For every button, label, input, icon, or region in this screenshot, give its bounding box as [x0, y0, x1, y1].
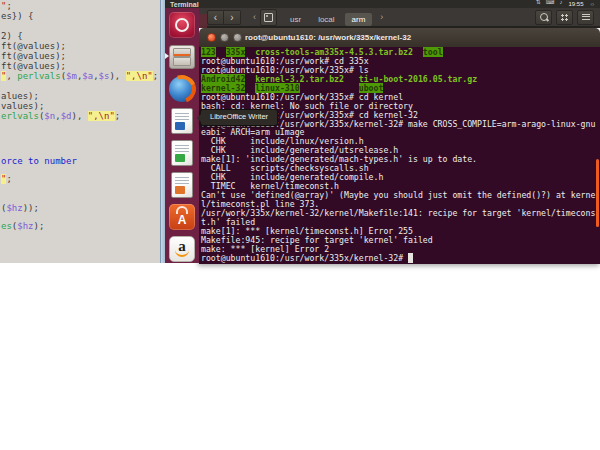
- forward-button[interactable]: ›: [224, 10, 241, 25]
- libreoffice-impress-icon: [171, 172, 193, 198]
- editor-line: es($hz);: [1, 221, 44, 231]
- hamburger-icon: [582, 14, 590, 21]
- editor-line: ($hz));: [1, 203, 39, 213]
- editor-line: ft(@values);: [1, 61, 66, 71]
- terminal-window: root@ubuntu1610: /usr/work/335x/kernel-3…: [199, 28, 600, 264]
- firefox-icon: [169, 76, 195, 102]
- editor-line: es}) {: [1, 11, 34, 21]
- launcher-item-firefox[interactable]: [169, 76, 195, 102]
- tooltip-label: LibreOffice Writer: [210, 112, 268, 121]
- location-icon: [260, 9, 277, 26]
- code-editor-pane[interactable]: ";es}) {2) {ft(@values);ft(@values);ft(@…: [0, 0, 160, 263]
- launcher-item-libreoffice-writer[interactable]: [169, 108, 195, 134]
- terminal-output: 123 335x cross-tools-am335x-4.5.3.tar.bz…: [201, 48, 600, 263]
- panel-clock[interactable]: 19:55: [568, 0, 583, 8]
- terminal-body[interactable]: 123 335x cross-tools-am335x-4.5.3.tar.bz…: [199, 47, 600, 264]
- editor-line: ft(@values);: [1, 51, 66, 61]
- search-icon: [540, 13, 548, 21]
- network-indicator-icon[interactable]: ⇅: [536, 0, 541, 5]
- files-icon: [169, 45, 195, 69]
- terminal-titlebar[interactable]: root@ubuntu1610: /usr/work/335x/kernel-3…: [199, 28, 600, 48]
- terminal-line: root@ubuntu1610:/usr/work/335x/kernel-32…: [201, 254, 600, 263]
- editor-line: ", perlvals($m,$a,$s), ",\n";: [1, 71, 158, 81]
- editor-line: 2) {: [1, 31, 23, 41]
- panel-indicators: ⇅⌨♪: [531, 0, 563, 8]
- path-overflow-left-icon[interactable]: ‹: [253, 12, 256, 22]
- running-indicator-arrow: [165, 53, 169, 59]
- libreoffice-writer-icon: [171, 108, 193, 134]
- launcher-item-ubuntu-dash[interactable]: [169, 12, 195, 38]
- terminal-title: root@ubuntu1610: /usr/work/335x/kernel-3…: [245, 28, 411, 47]
- terminal-line: /usr/work/335x/kernel-32/kernel/Makefile…: [201, 209, 600, 218]
- back-button[interactable]: ‹: [207, 10, 224, 25]
- grid-icon: [561, 14, 568, 21]
- libreoffice-calc-icon: [171, 140, 193, 166]
- launcher-item-libreoffice-calc[interactable]: [169, 140, 195, 166]
- breadcrumb-arm[interactable]: arm: [345, 13, 373, 26]
- launcher-item-files[interactable]: [169, 44, 195, 70]
- close-button[interactable]: [207, 33, 216, 42]
- grid-view-button[interactable]: [556, 10, 573, 25]
- search-button[interactable]: [535, 10, 552, 25]
- files-toolbar: ‹ › ‹ usrlocalarm ›: [199, 8, 600, 28]
- editor-line: ";: [1, 1, 12, 11]
- breadcrumb: usrlocalarm: [283, 8, 375, 26]
- maximize-button[interactable]: [233, 33, 242, 42]
- launcher-item-libreoffice-impress[interactable]: [169, 172, 195, 198]
- launcher-item-amazon[interactable]: a: [169, 236, 195, 262]
- keyboard-indicator-icon[interactable]: ⌨: [546, 0, 555, 5]
- editor-line: alues);: [1, 91, 39, 101]
- breadcrumb-usr[interactable]: usr: [283, 13, 308, 26]
- session-gear-icon[interactable]: ☼: [590, 0, 596, 8]
- editor-line: ft(@values);: [1, 41, 66, 51]
- sound-indicator-icon[interactable]: ♪: [559, 0, 562, 5]
- path-overflow-right-icon[interactable]: ›: [380, 12, 383, 22]
- breadcrumb-local[interactable]: local: [311, 13, 341, 26]
- terminal-scrollbar[interactable]: [596, 159, 599, 227]
- launcher-item-ubuntu-software[interactable]: A: [169, 204, 195, 230]
- unity-launcher: Aa: [165, 8, 199, 263]
- editor-line: orce to number: [1, 156, 77, 166]
- editor-line: erlvals($n,$d), ",\n";: [1, 111, 120, 121]
- editor-line: values);: [1, 101, 44, 111]
- launcher-tooltip: LibreOffice Writer: [200, 109, 278, 126]
- minimize-button[interactable]: [220, 33, 229, 42]
- ubuntu-logo-icon: [169, 12, 195, 38]
- toolbar-right-buttons: [531, 10, 594, 25]
- desktop: ";es}) {2) {ft(@values);ft(@values);ft(@…: [0, 0, 600, 450]
- editor-line: ";: [1, 174, 12, 184]
- top-panel: Terminal ⇅⌨♪ 19:55 ☼: [165, 0, 600, 8]
- panel-app-title: Terminal: [170, 0, 199, 8]
- menu-button[interactable]: [577, 10, 594, 25]
- amazon-icon: a: [169, 236, 195, 262]
- ubuntu-software-icon: A: [169, 204, 195, 230]
- desktop-gap: [199, 14, 207, 28]
